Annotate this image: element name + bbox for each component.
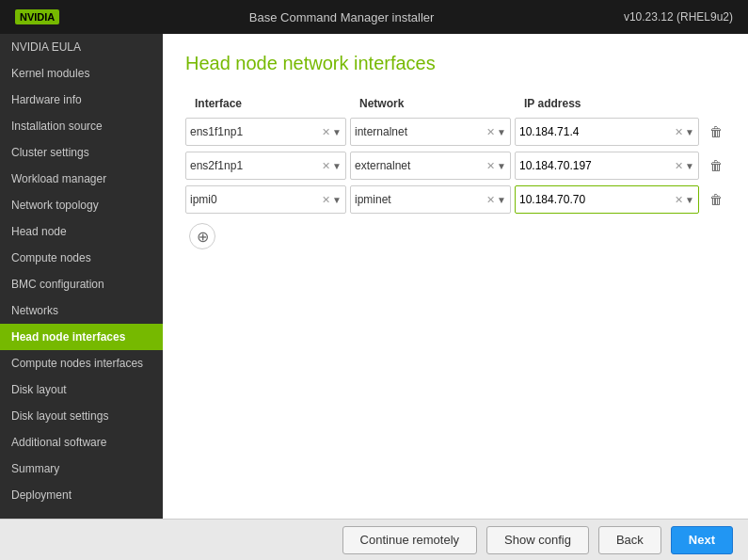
ip-dropdown-1[interactable]: ▼ [685,127,694,137]
network-dropdown-3[interactable]: ▼ [497,195,506,205]
sidebar-item-head-node[interactable]: Head node [0,218,163,245]
content-area: Head node network interfaces Interface N… [163,34,748,519]
interface-value-1: ens1f1np1 [190,125,322,138]
interface-select-1[interactable]: ens1f1np1 ✕ ▼ [185,118,346,146]
footer: Continue remotely Show config Back Next [0,519,748,560]
interface-value-2: ens2f1np1 [190,159,322,172]
interface-clear-2[interactable]: ✕ [322,160,330,172]
ip-dropdown-3[interactable]: ▼ [685,195,694,205]
table-row: ens2f1np1 ✕ ▼ externalnet ✕ ▼ ✕ ▼ 🗑 [185,152,725,180]
interface-value-3: ipmi0 [190,193,322,206]
sidebar-item-head-node-interfaces[interactable]: Head node interfaces [0,324,163,350]
app-version: v10.23.12 (RHEL9u2) [624,10,733,24]
interface-clear-1[interactable]: ✕ [322,126,330,138]
col-header-ip: IP address [518,93,707,114]
delete-row-1[interactable]: 🗑 [703,119,729,145]
add-row-button[interactable]: ⊕ [189,223,215,249]
app-header: NVIDIA Base Command Manager installer v1… [0,0,748,34]
ip-field-3[interactable] [519,193,675,206]
network-select-3[interactable]: ipminet ✕ ▼ [350,185,511,214]
ip-input-1[interactable]: ✕ ▼ [515,118,699,146]
page-title: Head node network interfaces [185,53,725,74]
delete-row-3[interactable]: 🗑 [703,186,729,213]
sidebar-item-compute-nodes-interfaces[interactable]: Compute nodes interfaces [0,350,163,376]
network-dropdown-2[interactable]: ▼ [497,161,506,171]
sidebar-item-disk-layout[interactable]: Disk layout [0,376,163,403]
ip-input-3[interactable]: ✕ ▼ [515,185,699,214]
ip-field-1[interactable] [519,125,675,138]
network-select-1[interactable]: internalnet ✕ ▼ [350,118,511,146]
sidebar-item-compute-nodes[interactable]: Compute nodes [0,245,163,271]
ip-field-2[interactable] [519,159,675,172]
table-row: ipmi0 ✕ ▼ ipminet ✕ ▼ ✕ ▼ 🗑 [185,185,725,214]
network-select-2[interactable]: externalnet ✕ ▼ [350,152,511,180]
sidebar-item-additional-software[interactable]: Additional software [0,429,163,456]
interface-dropdown-3[interactable]: ▼ [332,195,342,205]
table-row: ens1f1np1 ✕ ▼ internalnet ✕ ▼ ✕ ▼ 🗑 [185,118,725,146]
network-dropdown-1[interactable]: ▼ [497,127,506,137]
sidebar: NVIDIA EULAKernel modulesHardware infoIn… [0,34,163,519]
back-button[interactable]: Back [598,526,661,554]
network-value-1: internalnet [355,125,486,138]
col-header-action [707,93,740,114]
interface-dropdown-2[interactable]: ▼ [332,161,342,171]
app-title: Base Command Manager installer [249,10,435,24]
delete-row-2[interactable]: 🗑 [703,152,729,179]
network-clear-2[interactable]: ✕ [486,160,495,172]
col-header-interface: Interface [189,93,354,114]
ip-clear-1[interactable]: ✕ [675,126,683,138]
sidebar-item-networks[interactable]: Networks [0,297,163,324]
continue-remotely-button[interactable]: Continue remotely [342,526,478,554]
ip-input-2[interactable]: ✕ ▼ [515,152,699,180]
sidebar-item-network-topology[interactable]: Network topology [0,192,163,218]
interface-dropdown-1[interactable]: ▼ [332,127,342,137]
sidebar-item-hardware-info[interactable]: Hardware info [0,87,163,113]
network-value-2: externalnet [355,159,486,172]
interface-select-2[interactable]: ens2f1np1 ✕ ▼ [185,152,346,180]
nvidia-logo: NVIDIA [15,9,59,24]
sidebar-item-installation-source[interactable]: Installation source [0,113,163,139]
ip-clear-2[interactable]: ✕ [675,160,683,172]
logo-area: NVIDIA [15,9,59,24]
col-header-network: Network [354,93,518,114]
ip-dropdown-2[interactable]: ▼ [685,161,694,171]
network-clear-3[interactable]: ✕ [486,194,495,206]
show-config-button[interactable]: Show config [486,526,589,554]
next-button[interactable]: Next [671,526,733,554]
sidebar-item-bmc-configuration[interactable]: BMC configuration [0,271,163,297]
sidebar-item-kernel-modules[interactable]: Kernel modules [0,60,163,87]
sidebar-item-disk-layout-settings[interactable]: Disk layout settings [0,403,163,429]
network-clear-1[interactable]: ✕ [486,126,495,138]
ip-clear-3[interactable]: ✕ [675,194,683,206]
sidebar-item-summary[interactable]: Summary [0,456,163,482]
main-layout: NVIDIA EULAKernel modulesHardware infoIn… [0,34,748,519]
sidebar-item-deployment[interactable]: Deployment [0,482,163,508]
sidebar-item-nvidia-eula[interactable]: NVIDIA EULA [0,34,163,60]
network-value-3: ipminet [355,193,486,206]
table-header: Interface Network IP address [185,93,725,114]
interface-select-3[interactable]: ipmi0 ✕ ▼ [185,185,346,214]
sidebar-item-workload-manager[interactable]: Workload manager [0,166,163,192]
interface-clear-3[interactable]: ✕ [322,194,330,206]
sidebar-item-cluster-settings[interactable]: Cluster settings [0,139,163,166]
